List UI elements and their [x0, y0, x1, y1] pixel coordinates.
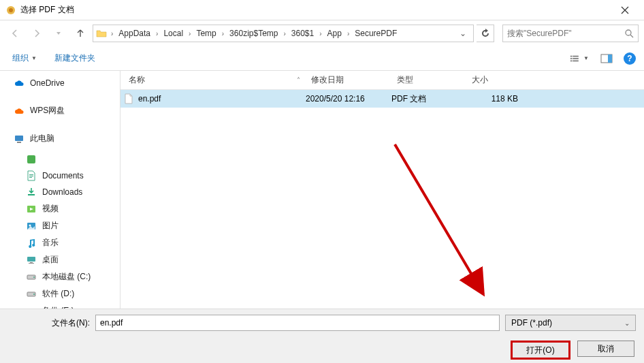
sidebar-item-label: 视频	[42, 203, 59, 215]
breadcrumb-segment[interactable]: 360$1	[287, 29, 318, 38]
picture-icon	[26, 221, 37, 232]
sidebar-item[interactable]: Downloads	[0, 184, 120, 200]
drive-icon	[26, 289, 37, 300]
sidebar-item[interactable]: 视频	[0, 200, 120, 217]
svg-rect-6	[573, 58, 579, 59]
breadcrumb-segment[interactable]: Local	[159, 29, 187, 38]
chevron-right-icon: ›	[221, 30, 225, 37]
cancel-button[interactable]: 取消	[577, 341, 634, 357]
cloud-icon	[14, 106, 25, 116]
refresh-button[interactable]	[477, 25, 494, 42]
desktop-icon	[26, 255, 37, 266]
sidebar-item-label: 软件 (D:)	[42, 288, 74, 300]
window-title: 选择 PDF 文档	[20, 4, 611, 16]
sidebar-item[interactable]: WPS网盘	[0, 102, 120, 119]
sidebar-item-label: Downloads	[42, 187, 82, 197]
col-header-date[interactable]: 修改日期	[306, 74, 391, 86]
titlebar: 选择 PDF 文档	[0, 0, 644, 20]
breadcrumb-segment[interactable]: 360zip$Temp	[225, 29, 282, 38]
app-icon	[5, 5, 16, 16]
svg-rect-13	[27, 155, 35, 163]
pdf-file-icon	[123, 93, 134, 104]
breadcrumb-segment[interactable]: Temp	[192, 29, 220, 38]
svg-rect-8	[573, 60, 579, 61]
svg-rect-16	[29, 177, 32, 178]
pc-icon	[14, 133, 25, 144]
sidebar-item-label: 图片	[42, 220, 59, 232]
sidebar-item[interactable]: 备份 (E:)	[0, 302, 120, 309]
sidebar-item-label: OneDrive	[30, 78, 65, 88]
doc-icon	[26, 170, 37, 181]
breadcrumb-segment[interactable]: App	[323, 29, 346, 38]
file-type: PDF 文档	[391, 93, 466, 105]
svg-rect-17	[28, 194, 35, 195]
filename-label: 文件名(N):	[8, 317, 90, 329]
filetype-filter[interactable]: PDF (*.pdf) ⌄	[505, 315, 636, 331]
search-input-wrapper[interactable]	[502, 25, 639, 42]
cloud-icon	[14, 78, 25, 89]
nav-back-button[interactable]	[5, 24, 25, 43]
sidebar-item[interactable]: 音乐	[0, 234, 120, 251]
chevron-down-icon: ⌄	[624, 319, 630, 327]
search-input[interactable]	[507, 29, 620, 38]
close-button[interactable]	[611, 0, 639, 20]
chevron-right-icon: ›	[155, 30, 159, 37]
svg-rect-22	[30, 262, 33, 263]
path-dropdown-icon[interactable]: ⌄	[455, 29, 470, 38]
file-name: en.pdf	[138, 94, 161, 104]
sidebar-item[interactable]: OneDrive	[0, 75, 120, 91]
nav-recent-button[interactable]	[49, 24, 68, 43]
svg-rect-14	[29, 174, 33, 175]
sidebar-item-label: 本地磁盘 (C:)	[42, 271, 91, 283]
music-icon	[26, 238, 37, 249]
file-date: 2020/5/20 12:16	[306, 94, 391, 104]
sidebar-item[interactable]: Documents	[0, 168, 120, 184]
col-header-name[interactable]: 名称˄	[123, 74, 306, 86]
svg-rect-4	[573, 55, 579, 57]
col-header-size[interactable]: 大小	[466, 74, 528, 86]
col-header-type[interactable]: 类型	[391, 74, 466, 86]
open-button[interactable]: 打开(O)	[511, 341, 570, 360]
view-mode-button[interactable]: ▼	[569, 51, 590, 66]
sidebar-item[interactable]: 本地磁盘 (C:)	[0, 268, 120, 285]
sidebar-item[interactable]: 软件 (D:)	[0, 285, 120, 302]
svg-rect-11	[15, 136, 23, 141]
svg-rect-7	[570, 60, 573, 61]
folder-icon	[96, 28, 107, 39]
sidebar-item[interactable]	[0, 151, 120, 168]
toolbar: 组织▼ 新建文件夹 ▼ ?	[0, 46, 644, 71]
svg-rect-10	[608, 54, 612, 63]
nav-up-button[interactable]	[71, 24, 90, 43]
sidebar-item-label: 桌面	[42, 254, 59, 266]
svg-point-25	[33, 277, 35, 278]
addressbar: › AppData›Local›Temp›360zip$Temp›360$1›A…	[0, 20, 644, 46]
breadcrumb-segment[interactable]: AppData	[114, 29, 155, 38]
sidebar-item-label: 音乐	[42, 237, 59, 249]
chevron-right-icon: ›	[110, 30, 114, 37]
nav-forward-button[interactable]	[27, 24, 46, 43]
organize-button[interactable]: 组织▼	[8, 50, 41, 67]
file-row[interactable]: en.pdf 2020/5/20 12:16 PDF 文档 118 KB	[120, 90, 644, 108]
preview-pane-button[interactable]	[596, 51, 617, 66]
chevron-right-icon: ›	[283, 30, 287, 37]
chevron-right-icon: ›	[187, 30, 192, 37]
breadcrumb-segment[interactable]: SecurePDF	[351, 29, 401, 38]
chevron-right-icon: ›	[318, 30, 323, 37]
svg-point-27	[33, 294, 35, 295]
breadcrumb[interactable]: › AppData›Local›Temp›360zip$Temp›360$1›A…	[93, 25, 474, 42]
bottom-panel: 文件名(N): PDF (*.pdf) ⌄ 打开(O) 取消	[0, 309, 644, 363]
svg-rect-12	[17, 142, 21, 143]
file-size: 118 KB	[466, 94, 528, 104]
sort-asc-icon: ˄	[297, 76, 300, 84]
chevron-right-icon: ›	[346, 30, 351, 37]
filename-input[interactable]	[95, 315, 500, 331]
search-icon	[624, 29, 634, 38]
sidebar-item[interactable]: 图片	[0, 217, 120, 234]
chevron-down-icon: ▼	[31, 55, 37, 61]
help-button[interactable]: ?	[624, 52, 636, 65]
svg-rect-3	[570, 55, 573, 57]
sidebar-item[interactable]: 桌面	[0, 251, 120, 268]
svg-rect-5	[570, 58, 573, 59]
sidebar-item[interactable]: 此电脑	[0, 130, 120, 147]
new-folder-button[interactable]: 新建文件夹	[50, 50, 99, 67]
